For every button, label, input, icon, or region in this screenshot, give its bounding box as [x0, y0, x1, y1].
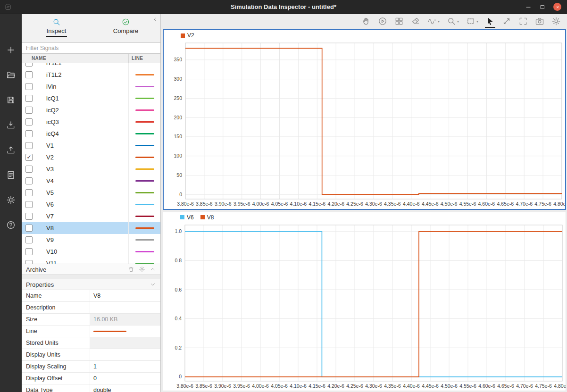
replay-tool-button[interactable]	[377, 16, 388, 28]
signal-checkbox[interactable]	[25, 130, 33, 137]
subplot-top[interactable]: V2 0501001502002503003503.80e-63.85e-63.…	[163, 29, 566, 210]
snapshot-tool-button[interactable]	[534, 16, 545, 28]
legend-item[interactable]: V2	[181, 32, 194, 39]
signal-row[interactable]: V1	[22, 140, 160, 151]
legend-item[interactable]: V8	[200, 214, 214, 221]
signal-row[interactable]: V10	[22, 246, 160, 258]
subplot-top-canvas[interactable]: 0501001502002503003503.80e-63.85e-63.90e…	[164, 41, 565, 209]
settings-tool-button[interactable]	[551, 16, 561, 28]
fit-view-tool-button[interactable]	[501, 16, 512, 28]
property-value[interactable]	[90, 337, 160, 349]
signal-list[interactable]: iT1L1iT1L2iVinicQ1icQ2icQ3icQ4V1✓V2V3V4V…	[22, 63, 160, 264]
subplot-layout-tool-button[interactable]	[394, 16, 404, 28]
signal-row[interactable]: ✓V2	[22, 151, 160, 163]
cursor-icon	[485, 17, 495, 26]
legend-item[interactable]: V6	[180, 214, 194, 221]
signal-checkbox[interactable]	[25, 248, 33, 255]
fullscreen-tool-button[interactable]	[518, 16, 528, 28]
signal-checkbox[interactable]	[25, 189, 33, 196]
signal-row[interactable]: V3	[22, 163, 160, 175]
zoom-tool-button[interactable]: ▾	[446, 16, 459, 28]
signal-checkbox[interactable]	[25, 63, 33, 67]
property-value[interactable]	[90, 302, 160, 313]
signal-checkbox[interactable]	[25, 225, 33, 232]
signal-row[interactable]: iVin	[22, 81, 160, 92]
signal-line-swatch	[135, 180, 154, 182]
region-select-tool-button[interactable]: ▾	[466, 16, 479, 28]
signal-checkbox[interactable]	[25, 260, 33, 264]
property-value[interactable]	[90, 325, 160, 337]
help-button[interactable]	[6, 220, 16, 230]
signal-row[interactable]: icQ3	[22, 116, 160, 128]
subplot-bottom-canvas[interactable]: 00.20.40.60.81.03.80e-63.85e-63.90e-63.9…	[163, 223, 566, 391]
subplot-bottom[interactable]: V6V8 00.20.40.60.81.03.80e-63.85e-63.90e…	[163, 212, 566, 392]
signal-checkbox[interactable]	[25, 107, 33, 114]
left-toolbar	[0, 14, 22, 392]
chart-canvas[interactable]: 0501001502002503003503.80e-63.85e-63.90e…	[164, 41, 565, 209]
properties-header[interactable]: Properties	[22, 279, 160, 290]
property-value[interactable]	[90, 349, 160, 360]
import-button[interactable]	[6, 120, 16, 130]
signal-row[interactable]: icQ2	[22, 104, 160, 116]
signal-row[interactable]: icQ1	[22, 92, 160, 104]
archive-section-header[interactable]: Archive	[22, 264, 160, 275]
signal-checkbox[interactable]	[25, 213, 33, 220]
close-button[interactable]	[553, 3, 561, 11]
collapse-sidebar-button[interactable]	[152, 16, 158, 23]
tab-inspect[interactable]: Inspect	[22, 14, 91, 42]
pan-tool-button[interactable]	[361, 16, 371, 28]
signal-checkbox[interactable]	[25, 118, 33, 125]
signal-line-cell	[128, 63, 160, 69]
plot-area: ▾▾▾ V2 0501001502002503003503.80e-63.85e…	[161, 14, 567, 392]
property-value[interactable]: 1	[90, 361, 160, 372]
dropdown-caret-icon[interactable]: ▾	[438, 19, 440, 24]
signal-row[interactable]: V5	[22, 187, 160, 199]
property-value[interactable]: V8	[90, 290, 160, 301]
tab-compare[interactable]: Compare	[91, 14, 160, 42]
signal-checkbox[interactable]	[25, 142, 33, 149]
signal-checkbox[interactable]	[25, 71, 33, 78]
property-value[interactable]: 16.00 KB	[90, 314, 160, 325]
chevron-up-button[interactable]	[150, 266, 156, 273]
open-folder-button[interactable]	[6, 70, 16, 80]
cursor-tool-button[interactable]	[485, 16, 495, 28]
signal-row[interactable]: iT1L2	[22, 69, 160, 81]
signal-name: V4	[36, 177, 128, 184]
properties-collapse-button[interactable]	[150, 281, 156, 288]
settings-button[interactable]	[6, 195, 16, 205]
maximize-button[interactable]	[539, 4, 546, 10]
dropdown-caret-icon[interactable]: ▾	[457, 19, 459, 24]
erase-tool-button[interactable]	[410, 16, 421, 28]
property-value[interactable]: 0	[90, 373, 160, 384]
signal-row[interactable]: V8	[22, 222, 160, 234]
minimize-button[interactable]	[525, 4, 532, 10]
trash-button[interactable]	[128, 266, 134, 273]
signal-row[interactable]: V9	[22, 234, 160, 246]
signal-row[interactable]: V11	[22, 258, 160, 264]
signal-checkbox[interactable]	[25, 201, 33, 208]
signal-checkbox[interactable]: ✓	[25, 154, 33, 161]
add-button[interactable]	[6, 45, 16, 55]
signal-row[interactable]: iT1L1	[22, 63, 160, 69]
export-button[interactable]	[6, 145, 16, 155]
settings-button[interactable]	[139, 266, 145, 273]
signal-row[interactable]: icQ4	[22, 128, 160, 140]
dropdown-caret-icon[interactable]: ▾	[476, 19, 478, 24]
report-button[interactable]	[6, 170, 16, 180]
signal-checkbox[interactable]	[25, 83, 33, 90]
signal-checkbox[interactable]	[25, 236, 33, 243]
line-style-swatch[interactable]	[93, 331, 126, 332]
signal-row[interactable]: V4	[22, 175, 160, 187]
signal-wave-tool-button[interactable]: ▾	[427, 16, 440, 28]
signal-checkbox[interactable]	[25, 166, 33, 173]
svg-text:4.60e-6: 4.60e-6	[478, 201, 495, 207]
signal-row[interactable]: V7	[22, 210, 160, 222]
svg-text:200: 200	[174, 115, 182, 120]
property-value[interactable]: double	[90, 384, 160, 392]
save-button[interactable]	[6, 95, 16, 105]
chart-canvas[interactable]: 00.20.40.60.81.03.80e-63.85e-63.90e-63.9…	[163, 223, 566, 391]
signal-row[interactable]: V6	[22, 199, 160, 210]
signal-checkbox[interactable]	[25, 95, 33, 102]
filter-signals-input[interactable]	[22, 42, 160, 54]
signal-checkbox[interactable]	[25, 177, 33, 184]
